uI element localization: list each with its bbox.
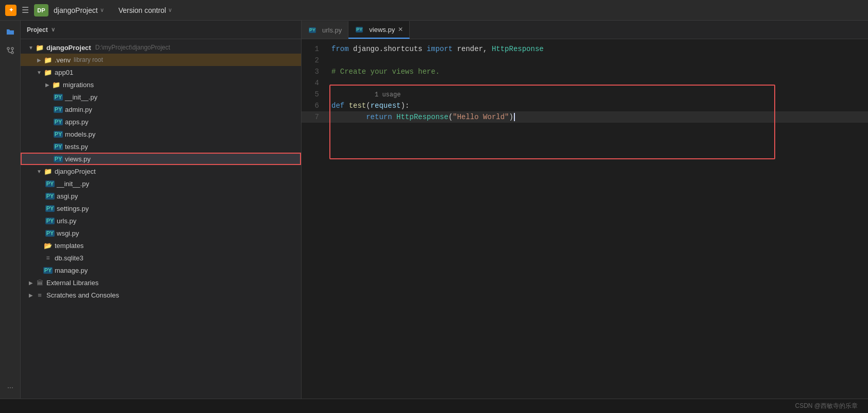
tree-label-init2: __init__.py	[57, 180, 89, 188]
tree-item-apps[interactable]: PY apps.py	[21, 115, 301, 128]
tree-arrow-venv: ▶	[35, 57, 43, 63]
tab-views[interactable]: PY views.py ✕	[348, 21, 410, 39]
folder-icon-templates: 📂	[43, 242, 53, 250]
tree-item-wsgi[interactable]: PY wsgi.py	[21, 227, 301, 239]
py-icon-tab-urls: PY	[308, 27, 317, 33]
sidebar-icon-folder[interactable]	[3, 25, 18, 39]
hamburger-menu[interactable]: ☰	[22, 5, 29, 15]
tree-item-migrations[interactable]: ▶ 📁 migrations	[21, 78, 301, 91]
tree-arrow-ext-libs: ▶	[27, 280, 35, 286]
tab-label-views: views.py	[369, 26, 395, 34]
titlebar: ✦ ☰ DP djangoProject ∨ Version control ∨	[0, 0, 868, 21]
tree-item-manage[interactable]: PY manage.py	[21, 264, 301, 276]
py-icon-urls: PY	[45, 218, 55, 224]
tree-label-wsgi: wsgi.py	[57, 229, 79, 237]
code-line-7: 7 return HttpResponse("Hello World")	[302, 111, 868, 123]
line-num-5: 5	[302, 89, 327, 100]
line-num-3: 3	[302, 66, 327, 77]
py-icon-manage: PY	[43, 267, 53, 274]
tree-label-venv: .venv	[55, 56, 71, 64]
watermark: CSDN @西敏寺的乐章	[795, 402, 858, 410]
editor-content[interactable]: 1 from django.shortcuts import render, H…	[302, 39, 868, 399]
py-icon-models: PY	[54, 131, 63, 138]
code-content-3: # Create your views here.	[327, 66, 440, 77]
py-icon-settings: PY	[45, 205, 55, 212]
folder-icon-app01: 📁	[43, 69, 53, 76]
tab-close-views[interactable]: ✕	[398, 26, 403, 33]
tree-item-db[interactable]: ≡ db.sqlite3	[21, 252, 301, 264]
main-layout: ··· Project ∨ ▼ 📁 djangoProject D:\myPro…	[0, 21, 868, 399]
sidebar-icon-git[interactable]	[3, 43, 18, 58]
editor-tabs: PY urls.py PY views.py ✕	[302, 21, 868, 39]
line-num-7: 7	[302, 111, 327, 123]
tree-label-urls: urls.py	[57, 217, 76, 225]
tree-item-init1[interactable]: PY __init__.py	[21, 91, 301, 103]
file-tree-panel: Project ∨ ▼ 📁 djangoProject D:\myProject…	[21, 21, 302, 399]
panel-arrow[interactable]: ∨	[51, 26, 55, 33]
tree-arrow-migrations: ▶	[43, 82, 52, 88]
sidebar-icon-more[interactable]: ···	[3, 380, 18, 394]
file-tree: ▼ 📁 djangoProject D:\myProject\djangoPro…	[21, 39, 301, 399]
tree-label-db: db.sqlite3	[55, 254, 84, 262]
folder-icon-root: 📁	[35, 44, 44, 52]
py-icon-tab-views: PY	[355, 27, 364, 32]
tree-label-tests: tests.py	[65, 143, 88, 151]
tree-item-urls[interactable]: PY urls.py	[21, 214, 301, 227]
tree-label-templates: templates	[55, 242, 84, 250]
svg-point-0	[7, 47, 9, 49]
tree-item-ext-libs[interactable]: ▶ 🏛 External Libraries	[21, 276, 301, 289]
tree-label-scratches: Scratches and Consoles	[46, 291, 119, 299]
py-icon-asgi: PY	[45, 193, 55, 200]
line-num-1: 1	[302, 43, 327, 55]
app-logo: ✦	[5, 5, 16, 16]
tree-item-scratches[interactable]: ▶ ≡ Scratches and Consoles	[21, 289, 301, 301]
tree-item-settings[interactable]: PY settings.py	[21, 202, 301, 214]
tree-label-ext-libs: External Libraries	[46, 279, 98, 287]
tree-label-migrations: migrations	[63, 81, 94, 89]
tree-arrow-scratches: ▶	[27, 292, 35, 298]
tree-item-venv[interactable]: ▶ 📁 .venv library root	[21, 54, 301, 66]
line-num-6: 6	[302, 100, 327, 111]
sidebar-icons: ···	[0, 21, 21, 399]
svg-point-2	[11, 47, 13, 49]
editor-panel: PY urls.py PY views.py ✕ 1 from django.s…	[302, 21, 868, 399]
folder-icon-venv: 📁	[43, 56, 53, 64]
line-num-4: 4	[302, 77, 327, 89]
tree-label-admin: admin.py	[65, 106, 92, 113]
tree-path-root: D:\myProject\djangoProject	[95, 44, 170, 51]
tree-item-views[interactable]: PY views.py	[21, 153, 301, 165]
tree-label-views: views.py	[65, 155, 91, 163]
tree-item-templates[interactable]: 📂 templates	[21, 239, 301, 252]
py-icon-apps: PY	[54, 119, 63, 125]
tree-label-models: models.py	[65, 130, 95, 138]
folder-icon-migrations: 📁	[52, 81, 61, 89]
project-badge: DP	[34, 4, 48, 16]
tab-urls[interactable]: PY urls.py	[302, 21, 348, 39]
tree-item-models[interactable]: PY models.py	[21, 128, 301, 140]
py-icon-init1: PY	[54, 94, 63, 101]
tree-item-root[interactable]: ▼ 📁 djangoProject D:\myProject\djangoPro…	[21, 41, 301, 54]
tree-label-init1: __init__.py	[65, 93, 97, 101]
project-name[interactable]: djangoProject ∨	[54, 6, 104, 14]
tree-item-app01[interactable]: ▼ 📁 app01	[21, 66, 301, 78]
tree-label-settings: settings.py	[57, 205, 89, 212]
tree-item-tests[interactable]: PY tests.py	[21, 140, 301, 153]
db-icon: ≡	[43, 254, 53, 261]
tree-item-init2[interactable]: PY __init__.py	[21, 177, 301, 190]
code-line-5: 5 1 usage	[302, 89, 868, 100]
panel-header-title: Project ∨	[27, 26, 55, 34]
tree-arrow-app01: ▼	[35, 70, 43, 75]
bottom-bar: CSDN @西敏寺的乐章	[0, 399, 868, 413]
code-line-3: 3 # Create your views here.	[302, 66, 868, 77]
tree-label-root: djangoProject	[46, 44, 91, 52]
folder-icon-djangoproject: 📁	[43, 168, 53, 175]
tree-label-apps: apps.py	[65, 118, 89, 126]
code-content-5: 1 usage	[327, 77, 400, 112]
py-icon-init2: PY	[45, 180, 55, 187]
tree-label-djangoproject-inner: djangoProject	[55, 168, 96, 175]
folder-icon-ext-libs: 🏛	[35, 279, 44, 287]
version-control[interactable]: Version control ∨	[119, 6, 173, 14]
tree-item-djangoproject-inner[interactable]: ▼ 📁 djangoProject	[21, 165, 301, 177]
tree-item-admin[interactable]: PY admin.py	[21, 103, 301, 115]
tree-item-asgi[interactable]: PY asgi.py	[21, 190, 301, 202]
